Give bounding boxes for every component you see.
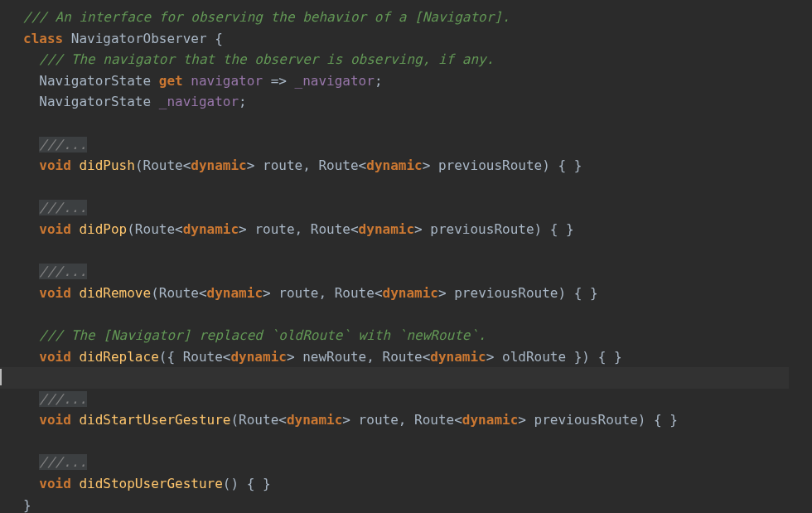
keyword-dynamic: dynamic	[462, 412, 518, 428]
keyword-void: void	[39, 476, 71, 491]
keyword-dynamic: dynamic	[183, 221, 239, 237]
method-name: didStartUserGesture	[79, 412, 230, 428]
keyword-void: void	[39, 157, 71, 173]
keyword-dynamic: dynamic	[430, 349, 486, 365]
method-name: didPop	[79, 221, 127, 237]
method-name: didReplace	[79, 349, 158, 365]
keyword-dynamic: dynamic	[207, 285, 263, 301]
code-line: /// The navigator that the observer is o…	[23, 49, 812, 70]
code-line: ///...	[23, 389, 812, 410]
code-line: void didReplace({ Route<dynamic> newRout…	[23, 346, 812, 368]
code-line: /// An interface for observing the behav…	[23, 7, 812, 28]
keyword-dynamic: dynamic	[359, 221, 414, 237]
keyword-get: get	[159, 73, 183, 89]
blank-line	[23, 303, 812, 325]
keyword-void: void	[39, 412, 71, 428]
getter-name: navigator	[191, 73, 263, 89]
code-line: ///...	[23, 452, 812, 473]
type-name: NavigatorState	[39, 73, 151, 89]
keyword-dynamic: dynamic	[191, 157, 246, 173]
folded-comment[interactable]: ///...	[39, 454, 87, 470]
folded-comment[interactable]: ///...	[39, 391, 87, 407]
doc-comment: /// An interface for observing the behav…	[23, 9, 510, 25]
caret-line	[23, 367, 812, 389]
code-line: void didRemove(Route<dynamic> route, Rou…	[23, 283, 812, 304]
code-line: void didPop(Route<dynamic> route, Route<…	[23, 219, 812, 240]
folded-comment[interactable]: ///...	[39, 200, 87, 215]
blank-line	[23, 113, 812, 134]
code-line: void didStartUserGesture(Route<dynamic> …	[23, 409, 812, 431]
close-brace: }	[23, 497, 31, 513]
class-name: NavigatorObserver	[71, 31, 207, 46]
code-line: NavigatorState _navigator;	[23, 91, 812, 113]
code-line: /// The [Navigator] replaced `oldRoute` …	[23, 325, 812, 346]
keyword-dynamic: dynamic	[366, 157, 422, 173]
code-line: ///...	[23, 134, 812, 156]
folded-comment[interactable]: ///...	[39, 137, 87, 152]
method-name: didStopUserGesture	[79, 476, 222, 491]
code-line: NavigatorState get navigator => _navigat…	[23, 70, 812, 92]
keyword-class: class	[23, 31, 63, 46]
blank-line	[23, 240, 812, 262]
doc-comment: /// The navigator that the observer is o…	[39, 51, 494, 67]
code-line: void didPush(Route<dynamic> route, Route…	[23, 155, 812, 177]
code-line: ///...	[23, 261, 812, 283]
code-line: }	[23, 495, 812, 513]
code-line: ///...	[23, 197, 812, 219]
keyword-dynamic: dynamic	[287, 412, 342, 428]
blank-line	[23, 177, 812, 198]
folded-comment[interactable]: ///...	[39, 264, 87, 279]
code-editor[interactable]: /// An interface for observing the behav…	[0, 7, 812, 513]
keyword-void: void	[39, 349, 71, 365]
field-ref: _navigator	[295, 73, 375, 89]
method-name: didPush	[79, 157, 134, 173]
code-line: void didStopUserGesture() { }	[23, 473, 812, 495]
doc-comment: /// The [Navigator] replaced `oldRoute` …	[39, 327, 486, 343]
keyword-void: void	[39, 221, 71, 237]
code-line: class NavigatorObserver {	[23, 28, 812, 50]
keyword-dynamic: dynamic	[383, 285, 438, 301]
blank-line	[23, 431, 812, 453]
method-name: didRemove	[79, 285, 151, 301]
text-cursor	[0, 369, 2, 385]
field-name: _navigator	[159, 94, 239, 109]
type-name: NavigatorState	[39, 94, 151, 109]
keyword-dynamic: dynamic	[230, 349, 286, 365]
keyword-void: void	[39, 285, 71, 301]
